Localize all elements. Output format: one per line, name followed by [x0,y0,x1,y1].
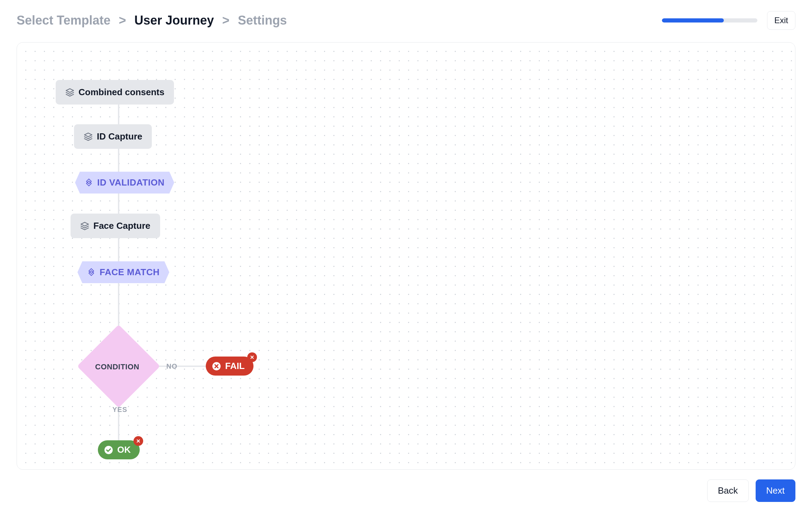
flow-canvas[interactable]: Combined consents ID Capture ID VALIDATI… [17,42,795,470]
breadcrumb-separator: > [222,13,230,28]
layers-icon [84,132,93,141]
node-label: OK [117,444,131,455]
exit-button[interactable]: Exit [767,11,795,30]
svg-marker-1 [84,133,92,137]
layers-icon [65,88,74,97]
branch-yes-label: YES [112,406,127,414]
remove-node-button[interactable] [247,352,257,362]
footer: Back Next [17,479,795,502]
node-label: FACE MATCH [100,267,160,278]
progress-bar [662,18,757,22]
breadcrumb-separator: > [119,13,126,28]
node-label: Face Capture [93,220,150,231]
close-icon [250,355,255,360]
node-label: ID Capture [97,131,142,142]
svg-marker-4 [81,222,89,226]
node-label: ID VALIDATION [97,177,165,188]
diamond-stack-icon [85,179,93,187]
node-face-capture[interactable]: Face Capture [71,214,160,238]
close-icon [136,439,141,443]
breadcrumb-step-select-template[interactable]: Select Template [17,13,110,28]
condition-label: CONDITION [95,362,139,371]
branch-no-label: NO [166,362,177,370]
breadcrumb-step-user-journey[interactable]: User Journey [134,13,214,28]
breadcrumb: Select Template > User Journey > Setting… [17,13,287,28]
node-id-validation[interactable]: ID VALIDATION [75,172,174,194]
next-button[interactable]: Next [756,479,795,502]
remove-node-button[interactable] [133,436,143,446]
node-combined-consents[interactable]: Combined consents [56,80,174,105]
svg-marker-0 [66,89,74,92]
node-label: Combined consents [79,87,164,98]
node-ok[interactable]: OK [98,440,140,459]
close-circle-icon [212,362,221,371]
progress-fill [662,18,724,22]
check-circle-icon [104,446,113,454]
node-fail[interactable]: FAIL [206,357,253,376]
back-button[interactable]: Back [707,479,749,502]
breadcrumb-step-settings[interactable]: Settings [238,13,287,28]
diamond-stack-icon [87,268,95,277]
layers-icon [80,222,89,231]
node-face-match[interactable]: FACE MATCH [77,261,169,283]
topbar: Select Template > User Journey > Setting… [17,11,795,30]
node-label: FAIL [225,361,244,371]
node-id-capture[interactable]: ID Capture [74,124,152,149]
